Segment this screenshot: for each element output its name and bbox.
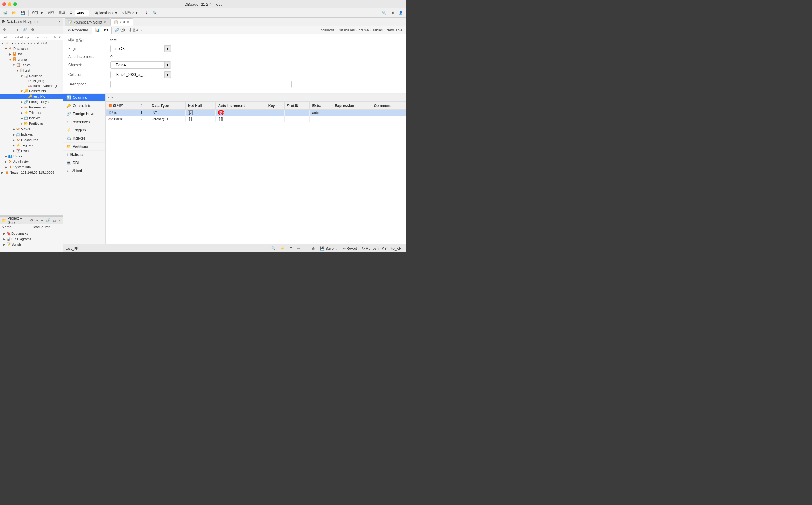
expand-icon[interactable]: ▶ bbox=[4, 155, 8, 158]
expand-icon[interactable]: ▶ bbox=[12, 149, 16, 153]
description-input[interactable] bbox=[110, 80, 292, 88]
charset-select[interactable]: utf8mb4 bbox=[110, 61, 171, 68]
tree-item-procedures[interactable]: ▶ ⚙ Procedures bbox=[0, 137, 63, 143]
nav-item-ddl[interactable]: 💻 DDL bbox=[63, 159, 105, 167]
project-add-button[interactable]: + bbox=[40, 218, 44, 222]
expand-icon[interactable]: ▶ bbox=[4, 160, 8, 163]
status-settings-button[interactable]: ⚙ bbox=[288, 246, 294, 251]
table-row[interactable]: abc name 2 varchar(100 [ ] [ ] bbox=[106, 116, 406, 122]
project-settings-button[interactable]: ⚙ bbox=[29, 218, 34, 222]
open-button[interactable]: 📂 bbox=[10, 10, 18, 16]
expand-icon[interactable]: ▶ bbox=[2, 232, 6, 235]
status-refresh-button[interactable]: ↻ Refresh bbox=[360, 246, 380, 251]
tree-item-indexes-drama[interactable]: ▶ 📇 Indexes bbox=[0, 132, 63, 137]
nav-link-button[interactable]: 🔗 bbox=[21, 27, 29, 32]
tree-item-databases[interactable]: ▼ 🗄 Databases bbox=[0, 46, 63, 51]
expand-icon[interactable]: ▶ bbox=[1, 171, 4, 174]
sql-button[interactable]: SQL ▼ bbox=[30, 10, 45, 16]
tab-test[interactable]: 📋 test × bbox=[110, 18, 133, 26]
tab-close-pumpcar[interactable]: × bbox=[103, 20, 106, 24]
tree-item-drama[interactable]: ▼ 🗄 drama bbox=[0, 57, 63, 62]
new-button[interactable]: 🐋 bbox=[1, 10, 9, 16]
status-add-button[interactable]: + bbox=[303, 246, 308, 251]
status-save-button[interactable]: 💾 Save ... bbox=[318, 246, 339, 251]
status-edit-button[interactable]: ✏ bbox=[296, 246, 302, 251]
engine-select[interactable]: InnoDB bbox=[110, 45, 171, 52]
tree-item-administer[interactable]: ▶ 🛠 Administer bbox=[0, 159, 63, 164]
expand-icon[interactable]: ▶ bbox=[12, 138, 16, 142]
sub-tab-data[interactable]: 📊 Data bbox=[92, 27, 112, 34]
navigator-minimize-button[interactable]: − bbox=[52, 20, 56, 24]
project-item-er[interactable]: ▶ 📊 ER Diagrams bbox=[0, 236, 63, 241]
nav-item-partitions[interactable]: 📂 Partitions bbox=[63, 143, 105, 151]
tree-item-system-info[interactable]: ▶ ℹ System Info bbox=[0, 164, 63, 170]
nav-item-indexes[interactable]: 📇 Indexes bbox=[63, 134, 105, 143]
tree-item-localhost[interactable]: ▼ 🖥 localhost - localhost:3306 bbox=[0, 40, 63, 46]
tree-item-users[interactable]: ▶ 👥 Users bbox=[0, 153, 63, 159]
expand-icon[interactable]: ▶ bbox=[2, 237, 6, 241]
status-revert-button[interactable]: ↩ Revert bbox=[341, 246, 358, 251]
toolbar-btn-4[interactable]: ⚙ bbox=[68, 10, 74, 15]
expand-icon[interactable]: ▼ bbox=[12, 63, 16, 67]
project-close-button[interactable]: × bbox=[58, 218, 61, 222]
table-row[interactable]: 123 id 1 INT [v] [v] bbox=[106, 110, 406, 116]
expand-icon[interactable]: ▼ bbox=[1, 42, 4, 45]
tree-item-references[interactable]: ▶ ↩ References bbox=[0, 105, 63, 110]
tree-item-triggers-drama[interactable]: ▶ ⚡ Triggers bbox=[0, 143, 63, 148]
expand-icon[interactable]: ▼ bbox=[4, 47, 8, 50]
nav-item-columns[interactable]: 📊 Columns bbox=[63, 94, 105, 102]
expand-icon[interactable]: ▶ bbox=[20, 100, 24, 104]
nav-collapse-button[interactable]: − bbox=[8, 27, 14, 32]
tree-item-tables[interactable]: ▼ 📋 Tables bbox=[0, 62, 63, 68]
expand-icon[interactable]: ▶ bbox=[20, 106, 24, 109]
toolbar-btn-3[interactable]: 롤백 bbox=[57, 10, 67, 16]
minimize-window-button[interactable] bbox=[8, 2, 11, 6]
nav-item-foreign-keys[interactable]: 🔗 Foreign Keys bbox=[63, 110, 105, 118]
search-toolbar-button[interactable]: 🔍 bbox=[151, 10, 159, 15]
search-input[interactable] bbox=[2, 35, 52, 39]
na-button[interactable]: < N/A > ▼ bbox=[120, 10, 140, 16]
expand-icon[interactable]: ▼ bbox=[8, 58, 12, 61]
expand-icon[interactable]: ▶ bbox=[12, 128, 16, 131]
expand-icon[interactable]: ▶ bbox=[20, 111, 24, 115]
tree-item-test[interactable]: ▼ 📋 test bbox=[0, 68, 63, 73]
expand-icon[interactable]: ▶ bbox=[12, 144, 16, 147]
sub-tab-entity[interactable]: 🔗 엔티티 관계도 bbox=[112, 27, 146, 34]
expand-icon[interactable]: ▶ bbox=[20, 117, 24, 120]
nav-item-statistics[interactable]: ℹ Statistics bbox=[63, 151, 105, 159]
project-item-bookmarks[interactable]: ▶ 🔖 Bookmarks bbox=[0, 231, 63, 236]
toolbar-grid-button[interactable]: ⊞ bbox=[389, 10, 396, 15]
expand-icon[interactable]: ▼ bbox=[16, 69, 19, 72]
tree-item-columns[interactable]: ▼ 📊 Columns bbox=[0, 73, 63, 78]
tree-item-triggers[interactable]: ▶ ⚡ Triggers bbox=[0, 110, 63, 115]
tree-item-foreign-keys[interactable]: ▶ 🔗 Foreign Keys bbox=[0, 99, 63, 105]
tree-item-test-pk[interactable]: 🔑 test_PK bbox=[0, 94, 63, 99]
project-minimize-button[interactable]: − bbox=[35, 218, 39, 222]
status-delete-button[interactable]: 🗑 bbox=[310, 246, 317, 251]
nav-settings-button[interactable]: ⚙ bbox=[1, 27, 8, 32]
expand-icon[interactable]: ▶ bbox=[4, 166, 8, 169]
tree-item-constraints[interactable]: ▼ 🔑 Constraints bbox=[0, 88, 63, 94]
toolbar-btn-2[interactable]: 커밋 bbox=[46, 10, 56, 16]
navigator-close-button[interactable]: × bbox=[58, 20, 61, 24]
project-item-scripts[interactable]: ▶ 📝 Scripts bbox=[0, 241, 63, 247]
tree-item-partitions[interactable]: ▶ 📂 Partitions bbox=[0, 121, 63, 126]
tree-item-name-col[interactable]: abc name (varchar(100)) bbox=[0, 83, 63, 88]
sub-tab-properties[interactable]: ⚙ Properties bbox=[65, 27, 92, 34]
tab-pumpcar[interactable]: 📝 <pumpcar> Script × bbox=[65, 18, 110, 26]
expand-icon[interactable]: ▶ bbox=[2, 243, 6, 246]
nav-item-triggers[interactable]: ⚡ Triggers bbox=[63, 126, 105, 134]
nav-item-constraints[interactable]: 🔑 Constraints bbox=[63, 102, 105, 110]
nav-filter-button[interactable]: ⚙ bbox=[29, 27, 36, 32]
nav-item-virtual[interactable]: ⚙ Virtual bbox=[63, 167, 105, 175]
tree-item-news[interactable]: ▶ 🖥 News - 121.166.37.115:18306 bbox=[0, 170, 63, 175]
tree-item-events[interactable]: ▶ 📅 Events bbox=[0, 148, 63, 153]
status-filter-button[interactable]: ⚡ bbox=[279, 246, 286, 251]
maximize-window-button[interactable] bbox=[13, 2, 17, 6]
nav-add-button[interactable]: + bbox=[14, 27, 20, 32]
expand-icon[interactable]: ▶ bbox=[8, 52, 12, 56]
tree-item-sys[interactable]: ▶ 🗄 sys bbox=[0, 51, 63, 57]
project-link-button[interactable]: 🔗 bbox=[45, 218, 51, 222]
save-button[interactable]: 💾 bbox=[19, 10, 27, 16]
project-expand-button[interactable]: □ bbox=[52, 218, 56, 222]
